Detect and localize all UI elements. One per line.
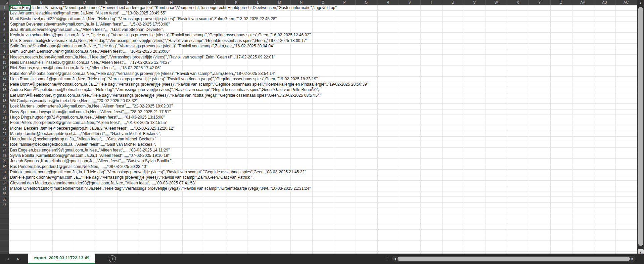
- row-cells[interactable]: Demi Schuren,Demischuren@gmail.com,Ja,Ne…: [9, 49, 637, 54]
- row-header-3[interactable]: 3: [0, 16, 9, 22]
- row-header-19[interactable]: 19: [0, 104, 9, 109]
- row-cells[interactable]: Marcel Ohlenforst,info@marcelohlenforst.…: [9, 186, 637, 191]
- row-cells[interactable]: Stephan Deventer,sdeventer@gmail.com,Ja,…: [9, 22, 637, 27]
- select-all-button[interactable]: [0, 0, 9, 5]
- row-cells[interactable]: Babs BonnÃ©,babs.bonne@gmail.com,Ja,Nee,…: [9, 71, 637, 77]
- row-header-29[interactable]: 29: [0, 159, 9, 164]
- column-header-G[interactable]: G: [139, 0, 161, 5]
- row-header-blank[interactable]: [0, 208, 9, 213]
- column-header-S[interactable]: S: [399, 0, 421, 5]
- column-header-AC[interactable]: AC: [615, 0, 637, 5]
- row-cells[interactable]: Giovanni den Mulder,giovannidenmulder98@…: [9, 181, 637, 186]
- scrollbar-resize-handle-icon[interactable]: ⋮: [385, 254, 389, 264]
- row-cells[interactable]: [9, 235, 637, 240]
- row-header-27[interactable]: 27: [0, 148, 9, 153]
- row-header-9[interactable]: 9: [0, 49, 9, 54]
- row-header-21[interactable]: 21: [0, 115, 9, 120]
- row-cells[interactable]: Noesch,noesch.bonne@gmail.com,Ja,Nee,,"H…: [9, 55, 637, 60]
- column-header-Y[interactable]: Y: [529, 0, 551, 5]
- row-header-31[interactable]: 31: [0, 170, 9, 175]
- column-header-B[interactable]: B: [31, 0, 53, 5]
- row-cells[interactable]: Sylvia Bonilla ,Karmelitaboni@gmail.com,…: [9, 153, 637, 159]
- column-header-A[interactable]: A: [9, 0, 31, 5]
- row-cells[interactable]: Maartje,familie@beckersgeldrop.nl,Ja,,,"…: [9, 131, 637, 137]
- horizontal-scrollbar-thumb[interactable]: [398, 257, 630, 261]
- row-cells[interactable]: Riet Synens,rsymens@hotmail.com,Ja,Nee,,…: [9, 65, 637, 71]
- row-header-12[interactable]: 12: [0, 65, 9, 71]
- column-header-K[interactable]: K: [226, 0, 247, 5]
- row-header-6[interactable]: 6: [0, 33, 9, 38]
- column-header-M[interactable]: M: [269, 0, 291, 5]
- column-header-H[interactable]: H: [161, 0, 183, 5]
- row-header-blank[interactable]: [0, 224, 9, 230]
- row-header-2[interactable]: 2: [0, 11, 9, 16]
- column-header-L[interactable]: L: [247, 0, 269, 5]
- scroll-right-icon[interactable]: ▶: [632, 256, 634, 262]
- row-header-28[interactable]: 28: [0, 153, 9, 159]
- row-cells[interactable]: Joseph Symens ,Karmelitaboni@gmail.com,J…: [9, 159, 637, 164]
- column-header-U[interactable]: U: [442, 0, 464, 5]
- row-header-5[interactable]: 5: [0, 27, 9, 33]
- row-cells[interactable]: Loek Martens ,loekmartens01@gmail.com,Ja…: [9, 104, 637, 109]
- row-cells[interactable]: [9, 197, 637, 202]
- column-header-V[interactable]: V: [464, 0, 486, 5]
- row-header-13[interactable]: 13: [0, 71, 9, 77]
- row-cells[interactable]: Marit Biesheuvel,marit2204@gmail.com,Ja,…: [9, 16, 637, 22]
- row-header-11[interactable]: 11: [0, 60, 9, 65]
- column-header-AB[interactable]: AB: [594, 0, 616, 5]
- row-cells[interactable]: Danielle,patrick.bonne@gmail.com,Ja,,,"H…: [9, 175, 637, 180]
- row-cells[interactable]: Naam,E-mailadres,Aanwezig,"Neemt gasten …: [9, 5, 637, 11]
- sheet-tab-active[interactable]: export_2025-03-11T22-13-49: [28, 254, 95, 264]
- row-header-32[interactable]: 32: [0, 175, 9, 180]
- row-cells[interactable]: [9, 208, 637, 213]
- sheet-nav-next-icon[interactable]: ▶: [17, 254, 19, 264]
- row-cells[interactable]: Huub,familie@beckersgeldrop.nl,Ja,,,"All…: [9, 137, 637, 142]
- column-header-P[interactable]: P: [334, 0, 356, 5]
- row-header-24[interactable]: 24: [0, 131, 9, 137]
- row-cells[interactable]: [9, 219, 637, 224]
- column-header-X[interactable]: X: [507, 0, 529, 5]
- row-cells[interactable]: Bas Engelen,bas.engelen99@gmail.com,Ja,N…: [9, 148, 637, 153]
- row-header-26[interactable]: 26: [0, 142, 9, 147]
- row-header-17[interactable]: 17: [0, 93, 9, 98]
- row-cells[interactable]: Sofie BonnÃ©,sofiabonne@hotmail.com,Ja,N…: [9, 44, 637, 49]
- row-cells[interactable]: Liets Rours,lietsoma1@gmail.com,Ja,Nee,,…: [9, 77, 637, 82]
- row-cells[interactable]: Niels Linssen,niels.linssen16@gmail.com,…: [9, 60, 637, 65]
- scroll-up-icon[interactable]: ▲: [637, 0, 644, 6]
- row-header-30[interactable]: 30: [0, 164, 9, 170]
- row-header-18[interactable]: 18: [0, 98, 9, 104]
- column-header-J[interactable]: J: [204, 0, 226, 5]
- row-header-blank[interactable]: [0, 219, 9, 224]
- row-cells[interactable]: [9, 191, 637, 197]
- column-header-T[interactable]: T: [421, 0, 443, 5]
- column-header-W[interactable]: W: [486, 0, 507, 5]
- column-header-N[interactable]: N: [291, 0, 313, 5]
- row-cells[interactable]: Michel Beckers ,familie@beckersgeldrop.n…: [9, 126, 637, 131]
- row-header-7[interactable]: 7: [0, 38, 9, 44]
- row-header-20[interactable]: 20: [0, 109, 9, 115]
- row-cells[interactable]: [9, 213, 637, 219]
- vertical-scrollbar[interactable]: ▲ ▼: [637, 0, 644, 257]
- row-cells[interactable]: Davy Spelthan,davyspelthan@gmail.com,Ja,…: [9, 109, 637, 115]
- column-header-Q[interactable]: Q: [356, 0, 377, 5]
- row-header-blank[interactable]: [0, 241, 9, 246]
- row-header-16[interactable]: 16: [0, 87, 9, 93]
- row-header-4[interactable]: 4: [0, 22, 9, 27]
- row-header-34[interactable]: 34: [0, 186, 9, 191]
- row-header-35[interactable]: 35: [0, 191, 9, 197]
- column-header-AA[interactable]: AA: [572, 0, 594, 5]
- row-header-8[interactable]: 8: [0, 44, 9, 49]
- row-header-1[interactable]: 1: [0, 5, 9, 11]
- row-cells[interactable]: [9, 246, 637, 252]
- row-cells[interactable]: [9, 241, 637, 246]
- column-header-R[interactable]: R: [377, 0, 399, 5]
- row-cells[interactable]: Andrea BonnÃ©,pellebonne@hotmail.com,Ja,…: [9, 87, 637, 93]
- row-header-blank[interactable]: [0, 235, 9, 240]
- column-header-Z[interactable]: Z: [551, 0, 572, 5]
- row-cells[interactable]: Max Stevens,mail@stevensmax.nl,Ja,Nee,,"…: [9, 38, 637, 44]
- column-header-C[interactable]: C: [52, 0, 74, 5]
- row-header-33[interactable]: 33: [0, 181, 9, 186]
- column-header-E[interactable]: E: [96, 0, 118, 5]
- row-cells[interactable]: [9, 224, 637, 230]
- row-header-blank[interactable]: [0, 230, 9, 235]
